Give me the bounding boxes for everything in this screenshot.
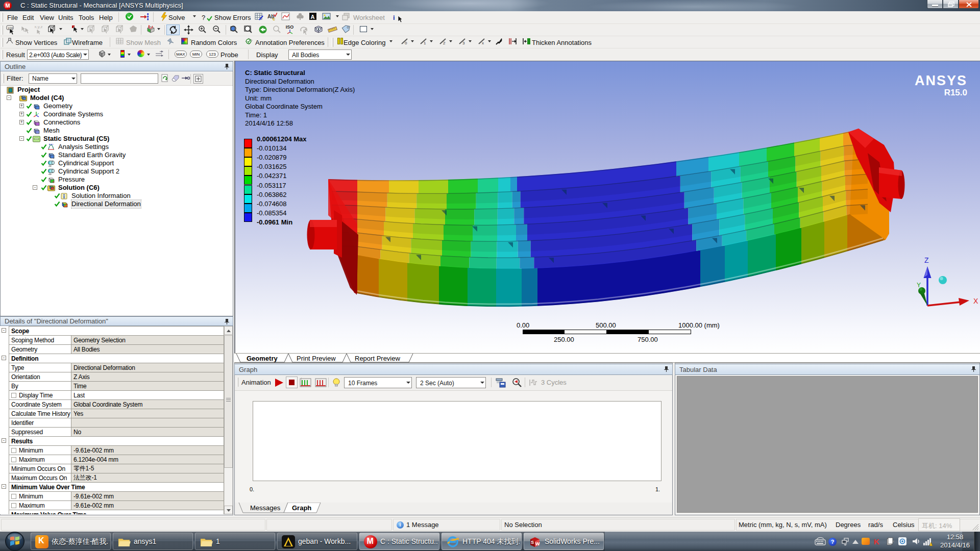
svg-text:A: A xyxy=(311,14,315,20)
svg-text:1: 1 xyxy=(424,41,426,45)
svg-text:W: W xyxy=(535,541,540,546)
svg-text:x: x xyxy=(482,41,484,45)
svg-text:2: 2 xyxy=(443,41,446,45)
svg-text:Y: Y xyxy=(917,282,921,289)
svg-text:c: c xyxy=(273,16,275,21)
svg-text:3: 3 xyxy=(462,41,465,45)
svg-text:X: X xyxy=(973,297,978,305)
svg-text:0: 0 xyxy=(405,41,407,45)
svg-text:Z: Z xyxy=(924,256,929,264)
svg-text:S: S xyxy=(531,540,534,545)
